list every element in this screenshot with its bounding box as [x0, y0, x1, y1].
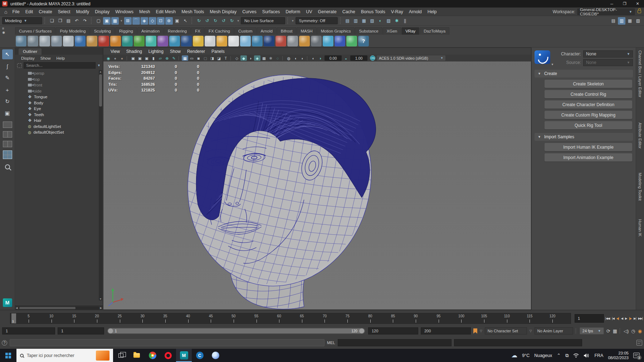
- vray-ipr-icon[interactable]: [28, 36, 38, 46]
- menu-arnold[interactable]: Arnold: [406, 9, 425, 14]
- script-editor-icon[interactable]: [636, 340, 642, 346]
- maximize-button[interactable]: ❐: [618, 0, 631, 8]
- vray-bucket-icon[interactable]: [110, 36, 121, 46]
- file-explorer-button[interactable]: [129, 349, 145, 362]
- volume-icon[interactable]: [584, 353, 590, 358]
- snap-view-plane-icon[interactable]: ⊡: [157, 17, 165, 25]
- create-custom-rig-mapping-button[interactable]: Create Custom Rig Mapping: [545, 111, 632, 119]
- go-to-end-button[interactable]: ▶▶|: [638, 317, 643, 320]
- shelf-tab-rigging[interactable]: Rigging: [115, 27, 137, 35]
- weather-description[interactable]: Nuageux: [534, 353, 552, 358]
- motion-blur-icon[interactable]: ◌: [274, 55, 281, 61]
- gate-mask-icon[interactable]: ▢: [202, 55, 209, 61]
- snap-projected-center-icon[interactable]: ◇: [149, 17, 156, 25]
- no-construction-history-icon[interactable]: ↺: [204, 17, 211, 25]
- vray-dome-icon[interactable]: [193, 36, 204, 46]
- chevron-down-icon[interactable]: ▾: [291, 19, 294, 23]
- highlight-selection-icon[interactable]: ↖: [182, 17, 189, 25]
- image-plane-icon[interactable]: ▱: [157, 55, 164, 61]
- new-scene-icon[interactable]: ❏: [48, 17, 56, 25]
- select-camera-icon[interactable]: ▣: [130, 55, 136, 61]
- loop-playback-icon[interactable]: ⟳: [606, 328, 610, 334]
- time-slider[interactable]: 1 51015202530354045505560657075808590951…: [10, 313, 571, 324]
- textured-display-icon[interactable]: ●: [119, 55, 125, 61]
- menu-deform[interactable]: Deform: [283, 9, 303, 14]
- select-component-icon[interactable]: ▦: [111, 17, 119, 25]
- vray-displacement-icon[interactable]: [157, 36, 168, 46]
- menu-mesh-display[interactable]: Mesh Display: [207, 9, 239, 14]
- cache-history-icon[interactable]: ↺: [220, 17, 228, 25]
- construction-history-icon[interactable]: ↻: [195, 17, 203, 25]
- play-backwards-button[interactable]: ◀: [621, 317, 623, 320]
- vray-render-icon[interactable]: [16, 36, 26, 46]
- zoom-tool-icon[interactable]: [5, 164, 10, 169]
- help-icon[interactable]: ?: [2, 340, 7, 346]
- app-c-button[interactable]: C: [192, 349, 208, 362]
- outliner-item-teeth[interactable]: ❖Teeth: [15, 112, 103, 118]
- taskbar-search-input[interactable]: Taper ici pour rechercher: [16, 349, 113, 362]
- menu-select[interactable]: Select: [55, 9, 73, 14]
- create-control-rig-button[interactable]: Create Control Rig: [545, 90, 632, 98]
- outliner-item-body[interactable]: ❖Body: [15, 100, 103, 106]
- shelf-tab-rendering[interactable]: Rendering: [164, 27, 191, 35]
- grease-pencil-icon[interactable]: ✎: [171, 55, 177, 61]
- safe-title-icon[interactable]: T: [223, 55, 229, 61]
- save-scene-icon[interactable]: ▤: [65, 17, 72, 25]
- wifi-icon[interactable]: [573, 353, 579, 358]
- shelf-tab-fx[interactable]: FX: [191, 27, 204, 35]
- bookmark-icon[interactable]: [473, 328, 477, 334]
- outliner-vertical-scrollbar[interactable]: ▲ ▼: [99, 70, 102, 301]
- menu-surfaces[interactable]: Surfaces: [259, 9, 283, 14]
- vray-swirl-icon[interactable]: [169, 36, 180, 46]
- vray-node-editor-icon[interactable]: [63, 36, 74, 46]
- right-tab-modeling-toolkit[interactable]: Modeling Toolkit: [638, 173, 642, 201]
- vray-snowflake-icon[interactable]: [240, 36, 251, 46]
- scroll-down-icon[interactable]: ▼: [99, 298, 102, 300]
- shelf-tab-curves-surfaces[interactable]: Curves / Surfaces: [15, 27, 55, 35]
- viewport-menu-shading[interactable]: Shading: [123, 49, 145, 54]
- character-dropdown[interactable]: None ▼: [583, 50, 633, 58]
- snap-point-icon[interactable]: ◈: [141, 17, 148, 25]
- viewport-menu-renderer[interactable]: Renderer: [184, 49, 208, 54]
- menu-curves[interactable]: Curves: [239, 9, 259, 14]
- shelf-tab-mash[interactable]: MASH: [297, 27, 316, 35]
- shelf-tab-custom[interactable]: Custom: [234, 27, 257, 35]
- shelf-tab-arnold[interactable]: Arnold: [257, 27, 277, 35]
- menu-modify[interactable]: Modify: [73, 9, 92, 14]
- playback-end-field[interactable]: 120: [368, 327, 418, 334]
- step-forward-frame-button[interactable]: ▶|: [634, 317, 636, 320]
- render-region-icon[interactable]: ▦: [360, 17, 368, 25]
- range-start-handle[interactable]: [108, 328, 113, 333]
- outliner-menu-show[interactable]: Show: [38, 56, 53, 60]
- chevron-down-icon[interactable]: ▾: [237, 19, 240, 23]
- animation-start-field[interactable]: 1: [2, 327, 55, 334]
- vray-settings-icon[interactable]: [51, 36, 62, 46]
- menu-mesh-tools[interactable]: Mesh Tools: [179, 9, 207, 14]
- paint-select-tool[interactable]: ✎: [2, 73, 13, 83]
- light-editor-icon[interactable]: ▨: [385, 17, 392, 25]
- playback-start-field[interactable]: 1: [58, 327, 104, 334]
- shelf-tab-sculpting[interactable]: Sculpting: [90, 27, 115, 35]
- ipr-render-icon[interactable]: ▥: [352, 17, 360, 25]
- gamma-toggle-icon[interactable]: ◒: [343, 55, 349, 61]
- vray-eco-icon[interactable]: [346, 36, 357, 46]
- current-frame-field[interactable]: 1: [575, 314, 604, 323]
- shaded-display-icon[interactable]: ●: [112, 55, 118, 61]
- lock-selection-icon[interactable]: ▣: [174, 17, 181, 25]
- gear-icon[interactable]: ✱: [2, 31, 5, 35]
- weather-temperature[interactable]: 9°C: [522, 353, 530, 358]
- menu-mesh[interactable]: Mesh: [136, 9, 153, 14]
- go-to-start-button[interactable]: |◀◀: [605, 317, 610, 320]
- section-header-create[interactable]: ▼Create: [535, 70, 633, 78]
- outliner-item-top[interactable]: top: [15, 76, 103, 83]
- playblast-icon[interactable]: ▦: [613, 328, 617, 334]
- source-dropdown[interactable]: None ▼: [583, 59, 633, 66]
- outliner-item-tongue[interactable]: ❖Tongue: [15, 94, 103, 100]
- vray-navy-ball-icon[interactable]: [264, 36, 274, 46]
- outliner-item-defaultobjectset[interactable]: ◍defaultObjectSet: [15, 129, 103, 135]
- viewport-menu-view[interactable]: View: [108, 49, 123, 54]
- vray-funnel-icon[interactable]: [205, 36, 215, 46]
- menu-display[interactable]: Display: [92, 9, 112, 14]
- safe-action-icon[interactable]: ◪: [216, 55, 222, 61]
- taskbar-clock[interactable]: 23:05 08/02/2023: [608, 351, 629, 360]
